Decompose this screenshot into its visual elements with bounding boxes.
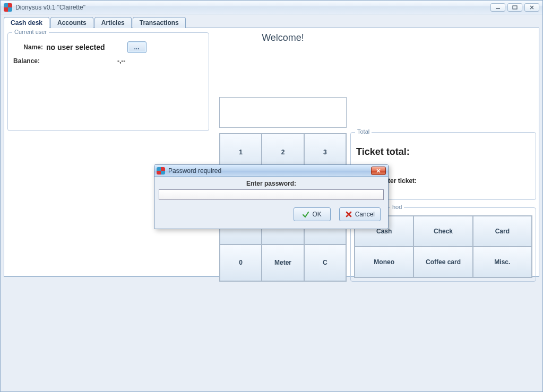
welcome-heading: Welcome! — [219, 32, 347, 43]
password-input[interactable] — [159, 189, 384, 200]
name-value: no user selected — [46, 43, 105, 51]
tab-cash-desk[interactable]: Cash desk — [4, 17, 49, 28]
pay-check[interactable]: Check — [413, 216, 472, 247]
password-prompt: Enter password: — [159, 180, 384, 187]
balance-value: -,-- — [117, 57, 125, 65]
keypad-0[interactable]: 0 — [220, 245, 262, 282]
maximize-button[interactable] — [507, 3, 522, 12]
password-dialog: Password required Enter password: OK — [154, 164, 389, 229]
tab-panel-cash-desk: Current user Name: no user selected ... … — [4, 28, 539, 277]
total-legend: Total — [355, 128, 372, 135]
payment-method-legend: hod — [390, 204, 404, 210]
dialog-titlebar: Password required — [154, 165, 388, 177]
java-icon — [157, 167, 165, 175]
amount-display — [219, 97, 347, 128]
ok-label: OK — [312, 211, 321, 218]
check-icon — [302, 211, 309, 218]
current-user-group: Current user Name: no user selected ... … — [7, 32, 209, 131]
tab-articles[interactable]: Articles — [94, 17, 132, 28]
ticket-total-label: Ticket total: — [356, 146, 410, 158]
cancel-icon — [345, 211, 352, 218]
tabs: Cash desk Accounts Articles Transactions — [4, 17, 539, 28]
current-user-legend: Current user — [12, 29, 49, 35]
cancel-button[interactable]: Cancel — [339, 207, 381, 221]
minimize-button[interactable] — [490, 3, 505, 12]
dialog-buttons: OK Cancel — [159, 207, 384, 221]
window-controls — [490, 3, 539, 12]
pay-card[interactable]: Card — [473, 216, 532, 247]
dialog-close-button[interactable] — [371, 167, 386, 175]
balance-label: Balance: — [13, 57, 43, 65]
pay-moneo[interactable]: Moneo — [355, 247, 413, 277]
dialog-title: Password required — [168, 167, 368, 175]
name-label: Name: — [13, 43, 43, 51]
close-icon — [375, 168, 382, 173]
tab-transactions[interactable]: Transactions — [133, 17, 186, 28]
pay-misc[interactable]: Misc. — [473, 247, 532, 277]
cancel-label: Cancel — [355, 211, 375, 218]
maximize-icon — [512, 5, 518, 10]
tab-accounts[interactable]: Accounts — [50, 17, 93, 28]
select-user-button[interactable]: ... — [127, 41, 146, 53]
pay-coffee[interactable]: Coffee card — [413, 247, 472, 277]
minimize-icon — [495, 5, 501, 10]
titlebar: Dionysus v0.1 "Clairette" — [1, 1, 542, 14]
close-button[interactable] — [524, 3, 539, 12]
window-title: Dionysus v0.1 "Clairette" — [15, 4, 487, 11]
keypad-clear[interactable]: C — [304, 245, 346, 282]
java-icon — [4, 3, 12, 12]
keypad-meter[interactable]: Meter — [262, 245, 304, 282]
dialog-body: Enter password: OK Cancel — [154, 177, 388, 224]
close-icon — [529, 5, 535, 10]
svg-rect-1 — [513, 6, 517, 9]
ok-button[interactable]: OK — [294, 207, 331, 221]
